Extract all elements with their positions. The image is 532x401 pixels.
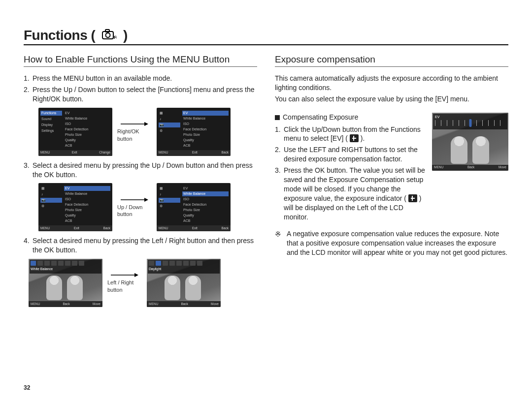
note: ※ A negative exposure compensation value… bbox=[275, 229, 508, 257]
title-prefix: Functions ( bbox=[24, 28, 99, 43]
svg-marker-5 bbox=[144, 122, 148, 126]
arrow-label-2: Up / Down button bbox=[117, 197, 152, 218]
sidebar-item: Display bbox=[40, 123, 62, 127]
left-step-2: 2. Press the Up / Down button to select … bbox=[24, 85, 257, 104]
left-step-3: 3. Select a desired menu by pressing the… bbox=[24, 161, 257, 180]
sidebar-item: Functions bbox=[40, 111, 62, 116]
right-step-1: 1. Click the Up/Down button from the Fun… bbox=[275, 125, 428, 144]
lcd-screenshot-5: White Balance MENU Back Move bbox=[29, 259, 102, 307]
right-heading: Exposure compensation bbox=[275, 54, 508, 67]
lcd-screenshot-3: ▦ ♪ 📷 ⚙ EV White Balance ISO Face Detect… bbox=[38, 183, 112, 231]
compensating-block: EV MENU Back Move Compensating Exposure bbox=[275, 113, 508, 224]
reference-mark-icon: ※ bbox=[275, 229, 284, 257]
right-arrow-icon bbox=[110, 272, 139, 278]
svg-rect-1 bbox=[105, 30, 109, 32]
figure-row-3: White Balance MENU Back Move bbox=[29, 259, 257, 307]
ev-icon bbox=[408, 194, 417, 202]
ev-icon bbox=[350, 134, 359, 142]
page-title-row: Functions ( Fn ) bbox=[24, 28, 508, 45]
left-body: 1. Press the MENU button in an available… bbox=[24, 74, 257, 307]
page-title: Functions ( Fn ) bbox=[24, 28, 128, 43]
lcd-screenshot-1: Functions Sound Display Settings EV Whit… bbox=[38, 108, 112, 156]
intro-2: You can also select the exposure value b… bbox=[275, 94, 508, 104]
ev-scale-icon bbox=[435, 120, 505, 126]
camera-fn-icon: Fn bbox=[102, 29, 117, 40]
figure-row-2: ▦ ♪ 📷 ⚙ EV White Balance ISO Face Detect… bbox=[38, 183, 257, 231]
manual-page: Functions ( Fn ) How to Enable Functions… bbox=[0, 0, 532, 401]
left-step-4: 4. Select a desired menu by pressing the… bbox=[24, 236, 257, 255]
square-bullet-icon bbox=[275, 115, 280, 120]
svg-point-2 bbox=[105, 33, 110, 37]
arrow-label-3: Left / Right button bbox=[107, 272, 142, 294]
left-step-1: 1. Press the MENU button in an available… bbox=[24, 74, 257, 83]
lcd-screenshot-4: ▦ ♪ 📷 ⚙ EV White Balance ISO Face Detect… bbox=[157, 183, 231, 231]
title-suffix: ) bbox=[123, 28, 128, 43]
page-number: 32 bbox=[24, 384, 30, 391]
sidebar-item: Sound bbox=[40, 117, 62, 122]
right-column: Exposure compensation This camera automa… bbox=[275, 54, 508, 312]
menu-icon: MENU bbox=[40, 151, 50, 155]
intro-1: This camera automatically adjusts the ex… bbox=[275, 74, 508, 93]
right-arrow-icon bbox=[120, 197, 149, 203]
figure-row-1: Functions Sound Display Settings EV Whit… bbox=[38, 108, 257, 156]
right-arrow-icon bbox=[120, 121, 149, 127]
svg-text:Fn: Fn bbox=[114, 35, 117, 40]
right-step-3: 3. Press the OK button. The value you se… bbox=[275, 166, 428, 221]
arrow-label-1: Right/OK button bbox=[117, 121, 152, 143]
left-heading: How to Enable Functions Using the MENU B… bbox=[24, 54, 257, 67]
sidebar-item: Settings bbox=[40, 128, 62, 133]
right-step-2: 2. Use the LEFT and RIGHT buttons to set… bbox=[275, 145, 428, 164]
ev-lcd-screenshot: EV MENU Back Move bbox=[432, 113, 508, 171]
right-body: This camera automatically adjusts the ex… bbox=[275, 74, 508, 257]
svg-marker-9 bbox=[134, 273, 138, 277]
svg-marker-7 bbox=[144, 198, 148, 202]
lcd-screenshot-6: Daylight MENU Back Move bbox=[147, 259, 221, 307]
left-column: How to Enable Functions Using the MENU B… bbox=[24, 54, 257, 312]
two-columns: How to Enable Functions Using the MENU B… bbox=[24, 54, 508, 312]
lcd-screenshot-2: ▦ ♪ 📷 ⚙ EV White Balance ISO Face Detect… bbox=[157, 108, 231, 156]
